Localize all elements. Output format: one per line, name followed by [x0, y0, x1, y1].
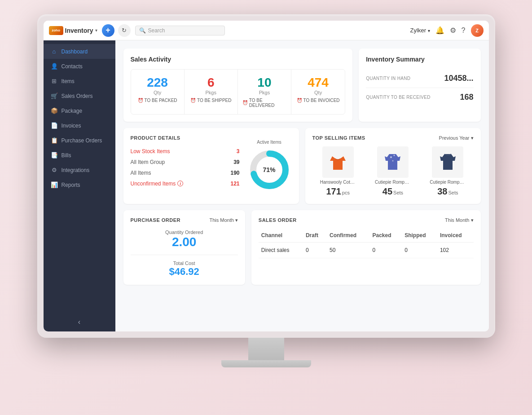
sa-label-ship: ⏰ TO BE SHIPPED — [190, 98, 232, 103]
top-selling-card: TOP SELLING ITEMS Previous Year ▾ — [305, 128, 481, 204]
ts-item-1-image — [322, 146, 354, 178]
inventory-summary-title: Inventory Summary — [366, 56, 473, 63]
help-icon[interactable]: ? — [462, 26, 466, 35]
ts-item-3: Cutiepie Rompers-jet b... 38 Sets — [422, 146, 473, 197]
top-selling-filter[interactable]: Previous Year ▾ — [439, 135, 474, 141]
ts-item-3-qty-num: 38 — [437, 186, 447, 197]
product-details-card: PRODUCT DETAILS Low Stock Items 3 All It… — [123, 128, 299, 204]
settings-icon[interactable]: ⚙ — [450, 26, 456, 35]
ts-item-1-name: Hanswooly Cotton Cas... — [320, 180, 356, 185]
ts-item-1-qty: 171 pcs — [326, 186, 350, 197]
dark-romper-svg — [433, 147, 462, 177]
notifications-icon[interactable]: 🔔 — [435, 26, 444, 35]
so-row-confirmed: 50 — [327, 242, 370, 258]
sa-unit-deliver: Pkgs — [259, 90, 270, 95]
sa-label-invoice: ⏰ TO BE INVOICED — [297, 98, 340, 103]
purchase-orders-icon: 📋 — [51, 137, 58, 144]
po-title: PURCHASE ORDER — [131, 217, 181, 223]
top-selling-items: Hanswooly Cotton Cas... 171 pcs — [312, 146, 474, 197]
pd-row-unconfirmed: Unconfirmed Items i 121 — [131, 178, 240, 189]
sidebar-item-integrations[interactable]: ⚙ Integrations — [44, 163, 115, 177]
inventory-summary-card: Inventory Summary QUANTITY IN HAND 10458… — [359, 49, 480, 122]
unconfirmed-info-icon[interactable]: i — [177, 181, 183, 186]
inv-stat-on-hand: QUANTITY IN HAND 10458... — [366, 69, 473, 88]
sidebar-item-label-integrations: Integrations — [62, 167, 90, 173]
inv-stat-label-receive: QUANTITY TO BE RECEIVED — [366, 95, 431, 100]
svg-point-5 — [394, 155, 395, 156]
sa-cell-ship: 6 Pkgs ⏰ TO BE SHIPPED — [185, 70, 238, 114]
so-table-header-row: Channel Draft Confirmed Packed Shipped I… — [259, 229, 474, 243]
so-row-invoiced: 102 — [437, 242, 474, 258]
inv-stat-value-receive: 168 — [460, 93, 473, 102]
app-logo[interactable]: zoho Inventory ▾ — [49, 26, 97, 35]
sidebar-item-invoices[interactable]: 📄 Invoices — [44, 118, 115, 133]
sales-activity-card: Sales Activity 228 Qty ⏰ TO BE PACKED — [123, 49, 353, 122]
sales-orders-icon: 🛒 — [51, 93, 58, 99]
sidebar-item-purchase-orders[interactable]: 📋 Purchase Orders — [44, 133, 115, 148]
sa-number-pack: 228 — [147, 76, 168, 90]
po-filter-chevron: ▾ — [235, 217, 238, 223]
so-filter[interactable]: This Month ▾ — [445, 217, 473, 223]
middle-row: PRODUCT DETAILS Low Stock Items 3 All It… — [123, 128, 481, 204]
search-bar[interactable]: 🔍 Search — [135, 26, 225, 35]
sa-unit-ship: Pkgs — [206, 90, 216, 95]
so-col-channel: Channel — [259, 229, 303, 243]
refresh-button[interactable]: ↻ — [118, 24, 131, 37]
ts-item-2-qty-num: 45 — [383, 186, 392, 197]
so-col-packed: Packed — [370, 229, 402, 243]
inv-stat-value-hand: 10458... — [444, 74, 473, 83]
product-details-chart: Active Items 71% — [247, 135, 292, 197]
dashboard-content: Sales Activity 228 Qty ⏰ TO BE PACKED — [115, 40, 489, 331]
add-button[interactable]: + — [102, 24, 114, 37]
sidebar-item-bills[interactable]: 📑 Bills — [44, 148, 115, 163]
po-divider — [131, 255, 238, 255]
sidebar-item-dashboard[interactable]: ⌂ Dashboard — [44, 44, 115, 59]
so-row-shipped: 0 — [402, 242, 437, 258]
top-selling-title: TOP SELLING ITEMS — [312, 135, 365, 141]
po-qty-value: 2.00 — [131, 235, 238, 249]
app-name-label: Inventory — [65, 27, 93, 34]
so-filter-chevron: ▾ — [471, 217, 474, 223]
all-item-group-value: 39 — [233, 159, 239, 165]
sa-label-deliver: ⏰ TO BE DELIVERED — [242, 98, 286, 108]
all-item-group-label: All Item Group — [131, 159, 165, 165]
user-avatar[interactable]: Z — [471, 24, 484, 37]
sidebar: ⌂ Dashboard 👤 Contacts ⊞ Items 🛒 Sales O… — [44, 40, 115, 331]
items-icon: ⊞ — [51, 78, 58, 84]
sidebar-item-contacts[interactable]: 👤 Contacts — [44, 59, 115, 74]
invoices-icon: 📄 — [51, 122, 58, 129]
sidebar-item-reports[interactable]: 📊 Reports — [44, 177, 115, 192]
pd-row-allgroup: All Item Group 39 — [131, 157, 240, 168]
svg-point-6 — [392, 160, 394, 162]
sidebar-item-package[interactable]: 📦 Package — [44, 103, 115, 118]
sidebar-item-label-dashboard: Dashboard — [62, 49, 88, 55]
topbar-right: Zylker ▾ 🔔 ⚙ ? Z — [410, 24, 484, 37]
sidebar-item-label-reports: Reports — [62, 182, 80, 188]
bills-icon: 📑 — [51, 152, 58, 159]
product-details-left: PRODUCT DETAILS Low Stock Items 3 All It… — [131, 135, 240, 197]
orange-sweater-svg — [323, 147, 352, 177]
ts-item-1-qty-unit: pcs — [342, 190, 350, 195]
sidebar-item-items[interactable]: ⊞ Items — [44, 74, 115, 88]
monitor-screen: zoho Inventory ▾ + ↻ 🔍 Search Zylker ▾ — [37, 14, 495, 338]
so-col-shipped: Shipped — [402, 229, 437, 243]
reports-icon: 📊 — [51, 181, 58, 188]
po-total-label: Total Cost — [131, 260, 238, 266]
search-input-placeholder: Search — [148, 27, 165, 34]
sidebar-item-sales-orders[interactable]: 🛒 Sales Orders — [44, 88, 115, 103]
contacts-icon: 👤 — [51, 63, 58, 70]
unconfirmed-items-label[interactable]: Unconfirmed Items i — [131, 181, 184, 187]
screen-inner: zoho Inventory ▾ + ↻ 🔍 Search Zylker ▾ — [44, 21, 489, 331]
inv-stat-label-hand: QUANTITY IN HAND — [366, 76, 410, 81]
filter-chevron-icon: ▾ — [471, 135, 474, 141]
po-filter-label: This Month — [209, 217, 233, 223]
svg-point-4 — [390, 156, 392, 158]
low-stock-label[interactable]: Low Stock Items — [131, 148, 170, 155]
po-filter[interactable]: This Month ▾ — [209, 217, 237, 223]
sidebar-collapse-button[interactable]: ‹ — [44, 313, 115, 331]
sidebar-item-label-invoices: Invoices — [62, 123, 81, 129]
blue-romper-svg — [378, 147, 407, 177]
sa-cell-invoice: 474 Qty ⏰ TO BE INVOICED — [291, 70, 345, 114]
unconfirmed-items-value: 121 — [230, 181, 239, 187]
monitor-stand-neck — [248, 338, 284, 360]
